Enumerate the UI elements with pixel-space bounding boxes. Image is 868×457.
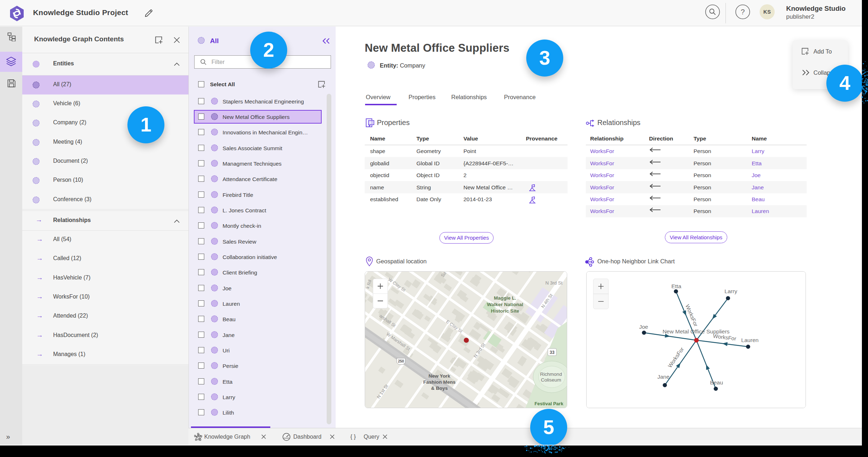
svg-text:New York: New York [429,373,451,379]
svg-text:N 3rd St: N 3rd St [545,280,563,286]
svg-text:Jane: Jane [657,374,669,380]
svg-text:Maggie L.: Maggie L. [494,295,516,301]
svg-text:Etta: Etta [671,283,681,289]
svg-text:Historic Site: Historic Site [491,308,519,314]
svg-text:33: 33 [550,350,555,355]
svg-text:250: 250 [398,359,404,363]
svg-text:& Boys: & Boys [431,386,448,391]
svg-text:Lauren: Lauren [741,337,759,343]
svg-text:?: ? [741,8,745,16]
svg-text:Festival Park: Festival Park [535,401,564,406]
svg-text:Larry: Larry [724,288,737,294]
svg-text:Richmond: Richmond [540,371,562,377]
svg-text:Walker National: Walker National [487,302,523,307]
svg-text:Joe: Joe [639,324,648,330]
svg-text:Beau: Beau [710,379,723,386]
svg-text:Coliseum: Coliseum [541,377,561,383]
svg-text:Fashion Mens: Fashion Mens [423,379,456,385]
